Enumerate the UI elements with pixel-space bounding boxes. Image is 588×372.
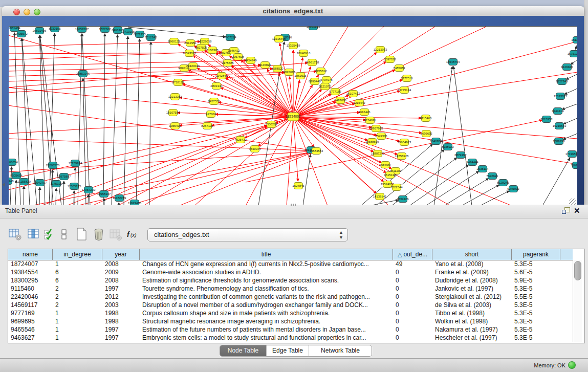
table-row[interactable]: 911546021997Tourette syndrome. Phenomeno… <box>8 285 571 293</box>
graph-node[interactable]: 2718129 <box>172 79 184 86</box>
window-titlebar[interactable]: citations_edges.txt <box>2 6 584 16</box>
table-row[interactable]: 1872400712008Changes of HCN gene express… <box>8 260 571 268</box>
graph-node[interactable]: 10653287 <box>75 27 89 33</box>
graph-node[interactable]: 1167533 <box>571 162 577 169</box>
graph-node[interactable]: 9146821 <box>259 62 271 69</box>
tab-edge-table[interactable]: Edge Table <box>267 345 309 356</box>
graph-node[interactable]: 20691406 <box>33 28 47 34</box>
graph-node[interactable]: 16543362 <box>183 50 197 57</box>
column-header-year[interactable]: year <box>102 249 140 260</box>
graph-node[interactable]: 18226058 <box>198 38 212 45</box>
graph-node[interactable]: 8990448 <box>309 78 321 85</box>
graph-node[interactable]: 2935114 <box>477 166 489 172</box>
graph-node[interactable]: 7512340 <box>145 34 157 41</box>
graph-node[interactable]: 8427552 <box>208 98 220 105</box>
table-row[interactable]: 946554611997Estimation of the future num… <box>8 325 571 334</box>
graph-node[interactable]: 4616426 <box>358 109 371 116</box>
graph-node[interactable]: 9154691 <box>364 117 376 124</box>
graph-node[interactable]: 17359924 <box>69 160 82 167</box>
graph-node[interactable]: 16961758 <box>306 59 319 66</box>
graph-node[interactable]: 9684067 <box>379 162 391 168</box>
graph-node[interactable]: 10958107 <box>97 191 111 198</box>
graph-node[interactable]: 18640910 <box>297 50 311 57</box>
graph-node[interactable]: 2405572 <box>15 31 28 37</box>
graph-node[interactable]: 9699695 <box>420 130 432 137</box>
graph-node[interactable]: 12213973 <box>374 47 387 53</box>
graph-node[interactable]: 9245902 <box>507 186 519 192</box>
table-row[interactable]: 1938455462009Genome-wide association stu… <box>8 268 571 276</box>
graph-node[interactable]: 8186328 <box>206 47 219 54</box>
graph-node[interactable]: 1615132 <box>384 172 396 179</box>
graph-node[interactable]: 18957968 <box>369 125 383 132</box>
column-header-pagerank[interactable]: pagerank <box>512 249 560 260</box>
table-row[interactable]: 977716911998Corpus callosum shape and si… <box>8 309 571 317</box>
graph-node[interactable]: 10688609 <box>365 139 379 145</box>
graph-node[interactable]: 1377516 <box>401 75 413 82</box>
graph-node[interactable]: 8930105 <box>49 27 61 32</box>
graph-node[interactable]: 8938923 <box>442 144 454 150</box>
table-row[interactable]: 946362711997Embryonic stem cells: a mode… <box>8 334 571 342</box>
row-height-button[interactable] <box>60 227 68 242</box>
graph-node[interactable]: 7630344 <box>249 146 261 152</box>
graph-node[interactable]: 1588520 <box>271 65 284 72</box>
citation-network-graph[interactable]: 1861404240557220691406893010510653287152… <box>9 27 577 206</box>
table-row[interactable]: 1830029562008Estimation of significance … <box>8 276 571 285</box>
panel-collapse-arrow-icon[interactable] <box>2 183 5 187</box>
graph-node[interactable]: 17016504 <box>565 151 577 158</box>
graph-node[interactable]: 8267130 <box>201 123 213 129</box>
column-header-out_degree[interactable]: △out_de... <box>393 249 432 260</box>
graph-node[interactable]: 8549305 <box>375 133 387 140</box>
splitter-handle[interactable] <box>291 204 296 206</box>
graph-node[interactable]: 6497038 <box>334 97 346 104</box>
graph-node[interactable]: 417006 <box>206 111 216 118</box>
graph-node[interactable]: 8912954 <box>184 40 197 47</box>
graph-node[interactable]: 1733426 <box>397 196 409 203</box>
function-builder-button[interactable]: f(x) <box>126 227 140 242</box>
graph-node[interactable]: 9822037 <box>283 69 295 76</box>
graph-node[interactable]: 1589293 <box>553 138 565 145</box>
table-options-button[interactable] <box>8 227 23 242</box>
graph-node[interactable]: 8860123 <box>168 38 180 45</box>
graph-node[interactable]: 1512404 <box>571 37 577 43</box>
graph-node[interactable]: 19654923 <box>398 139 411 146</box>
graph-node[interactable]: 8454749 <box>245 57 257 64</box>
graph-node[interactable]: 1524845 <box>292 183 304 189</box>
column-options-button[interactable] <box>27 227 41 242</box>
graph-node[interactable]: 10975887 <box>57 173 71 180</box>
tab-network-table[interactable]: Network Table <box>309 345 372 356</box>
graph-node[interactable]: 7957224 <box>224 34 236 41</box>
graph-node[interactable]: 9121072 <box>319 83 331 90</box>
graph-node[interactable]: 2803144 <box>210 83 223 90</box>
table-row[interactable]: 2242004622012Investigating the contribut… <box>8 293 571 301</box>
graph-node[interactable]: 8128245 <box>497 180 509 186</box>
graph-node[interactable]: 16648794 <box>446 59 460 65</box>
graph-node[interactable]: 18724007 <box>286 113 301 121</box>
graph-node[interactable]: 20853346 <box>76 71 90 77</box>
graph-node[interactable]: 7625430 <box>234 137 247 143</box>
graph-node[interactable]: 7632621 <box>486 173 498 180</box>
tab-node-table[interactable]: Node Table <box>220 345 267 356</box>
graph-node[interactable]: 17957233 <box>82 187 96 193</box>
table-panel-header[interactable]: Table Panel ✕ <box>0 205 588 218</box>
close-panel-button[interactable]: ✕ <box>574 206 580 215</box>
memory-ok-indicator[interactable] <box>568 361 576 369</box>
graph-node[interactable]: 3215953 <box>540 116 553 123</box>
graph-node[interactable]: 6879197 <box>454 152 467 159</box>
column-header-title[interactable]: title <box>140 249 393 260</box>
graph-node[interactable]: 1965493 <box>169 123 181 129</box>
graph-node[interactable]: 7485083 <box>393 65 405 72</box>
table-scrollbar-thumb[interactable] <box>574 261 581 280</box>
delete-trash-button[interactable] <box>92 227 106 242</box>
graph-node[interactable]: 13775134 <box>398 87 411 94</box>
graph-node[interactable]: 18301293 <box>307 27 320 30</box>
graph-node[interactable]: 2522544 <box>390 184 403 191</box>
graph-node[interactable]: 9129946 <box>561 64 573 71</box>
graph-node[interactable]: 6794078 <box>320 77 333 83</box>
graph-node[interactable]: 12213383 <box>168 94 182 100</box>
table-row[interactable]: 1456911722003Disruption of a novel membe… <box>8 301 571 309</box>
table-row[interactable]: 969969511998Structural magnetic resonanc… <box>8 317 571 325</box>
graph-node[interactable]: 6671355 <box>134 31 146 38</box>
column-header-short[interactable]: short <box>432 249 512 260</box>
table-scrollbar[interactable] <box>573 260 582 342</box>
resize-grip-icon[interactable] <box>569 199 576 205</box>
